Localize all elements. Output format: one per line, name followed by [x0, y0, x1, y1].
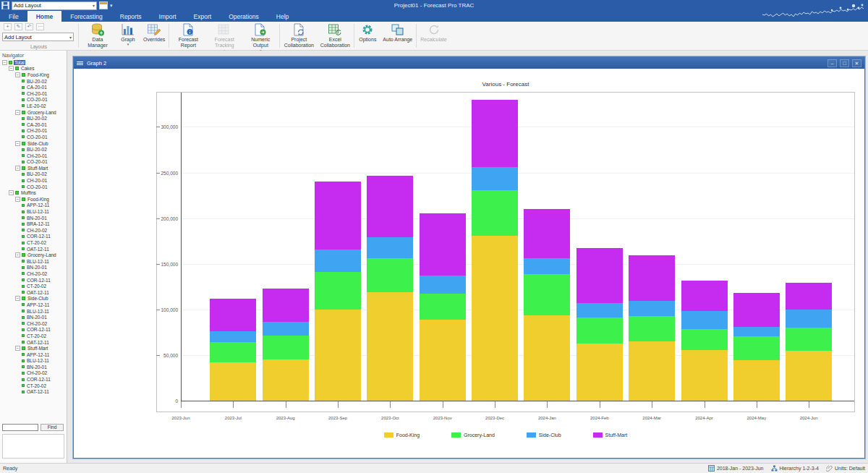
tree-item-ch-20-02[interactable]: CH-20-02: [1, 320, 67, 327]
ribbon-layout-combobox[interactable]: Add Layout ▾: [2, 33, 74, 41]
close-icon[interactable]: ✕: [852, 59, 861, 67]
tree-item-food-king[interactable]: −Food-King: [1, 72, 67, 78]
tree-item-app-12-11[interactable]: APP-12-11: [1, 302, 67, 308]
tab-reports[interactable]: Reports: [111, 11, 150, 22]
tree-item-bu-20-02[interactable]: BU-20-02: [1, 171, 67, 178]
find-button[interactable]: Find: [41, 424, 64, 431]
tree-item-grocery-land[interactable]: −Grocery-Land: [1, 252, 67, 258]
tree-collapse-icon[interactable]: −: [15, 141, 20, 146]
tree-item-oat-12-11[interactable]: OAT-12-11: [1, 339, 67, 346]
tree-item-co-20-01[interactable]: CO-20-01: [1, 134, 67, 140]
tree-item-cor-12-11[interactable]: COR-12-11: [1, 376, 67, 383]
tree-item-blu-12-11[interactable]: BLU-12-11: [1, 308, 67, 315]
tree-item-ch-20-02[interactable]: CH-20-02: [1, 227, 67, 234]
tree-item-ch-20-02[interactable]: CH-20-02: [1, 270, 67, 277]
edit-icon[interactable]: ✎: [14, 23, 22, 30]
graph-button[interactable]: Graph▾: [116, 22, 140, 50]
undo-icon[interactable]: ↶: [25, 23, 33, 30]
maximize-icon[interactable]: □: [840, 59, 849, 67]
tree-item-blu-12-11[interactable]: BLU-12-11: [1, 358, 67, 365]
tree-item-stuff-mart[interactable]: −Stuff-Mart: [1, 345, 67, 351]
tab-help[interactable]: Help: [268, 11, 297, 22]
tree-collapse-icon[interactable]: −: [2, 60, 7, 65]
tree-item-ct-20-02[interactable]: CT-20-02: [1, 283, 67, 289]
numeric-output-button[interactable]: Numeric Output▾: [242, 22, 278, 50]
minimize-icon[interactable]: –: [827, 59, 837, 67]
status-item-text: 2018-Jan - 2023-Jun: [717, 466, 764, 471]
tree-item-app-12-11[interactable]: APP-12-11: [1, 203, 67, 209]
tree-node-icon: [22, 210, 25, 213]
tree-item-co-20-01[interactable]: CO-20-01: [1, 97, 67, 103]
tree-item-ca-20-01[interactable]: CA-20-01: [1, 84, 67, 90]
tree-item-blu-12-11[interactable]: BLU-12-11: [1, 258, 67, 265]
tree-item-bn-20-01[interactable]: BN-20-01: [1, 265, 67, 271]
tree-collapse-icon[interactable]: −: [15, 110, 20, 115]
tree-item-co-20-01[interactable]: CO-20-01: [1, 159, 67, 166]
tree-item-ct-20-02[interactable]: CT-20-02: [1, 383, 67, 389]
project-collaboration-button[interactable]: Project Collaboration: [281, 22, 317, 50]
tree-item-ct-20-02[interactable]: CT-20-02: [1, 333, 67, 339]
tree-item-bu-20-02[interactable]: BU-20-02: [1, 146, 67, 153]
tree-item-side-club[interactable]: −Side-Club: [1, 140, 67, 147]
tree-item-muffins[interactable]: −Muffins: [1, 189, 67, 196]
tree-item-bu-20-02[interactable]: BU-20-02: [1, 78, 67, 85]
tree-collapse-icon[interactable]: −: [15, 346, 20, 351]
tree-item-side-club[interactable]: −Side-Club: [1, 296, 67, 302]
tab-file[interactable]: File: [0, 11, 27, 22]
find-input[interactable]: [2, 424, 38, 431]
tree-item-stuff-mart[interactable]: −Stuff-Mart: [1, 165, 67, 171]
tree-item-oat-12-11[interactable]: OAT-12-11: [1, 388, 67, 395]
tree-item-bn-20-01[interactable]: BN-20-01: [1, 364, 67, 370]
tree-item-co-20-01[interactable]: CO-20-01: [1, 184, 67, 190]
tree-collapse-icon[interactable]: −: [15, 166, 20, 171]
tree-item-blu-12-11[interactable]: BLU-12-11: [1, 208, 67, 215]
tab-forecasting[interactable]: Forecasting: [61, 11, 111, 22]
tree-item-bu-20-02[interactable]: BU-20-02: [1, 115, 67, 122]
tree-item-bn-20-01[interactable]: BN-20-01: [1, 314, 67, 320]
auto-arrange-button[interactable]: Auto Arrange: [380, 22, 415, 50]
tree-item-total[interactable]: −Total: [1, 59, 67, 66]
overrides-button[interactable]: Overrides: [140, 22, 168, 50]
tree-item-grocery-land[interactable]: −Grocery-Land: [1, 109, 67, 116]
tab-operations[interactable]: Operations: [220, 11, 268, 22]
tree-item-cor-12-11[interactable]: COR-12-11: [1, 277, 67, 284]
tree-collapse-icon[interactable]: −: [9, 190, 14, 195]
tree-item-bn-20-01[interactable]: BN-20-01: [1, 215, 67, 221]
tree-item-ch-20-01[interactable]: CH-20-01: [1, 177, 67, 184]
excel-collaboration-button[interactable]: Excel Collaboration: [317, 22, 353, 50]
data-manager-button[interactable]: Data Manager: [80, 22, 116, 50]
tree-item-bra-12-11[interactable]: BRA-12-11: [1, 221, 67, 227]
tree-item-ca-20-01[interactable]: CA-20-01: [1, 122, 67, 128]
tree-item-ch-20-01[interactable]: CH-20-01: [1, 153, 67, 159]
tree-item-oat-12-11[interactable]: OAT-12-11: [1, 289, 67, 296]
tree-item-oat-12-11[interactable]: OAT-12-11: [1, 246, 67, 252]
tree-item-cakes[interactable]: −Cakes: [1, 66, 67, 72]
tree-item-food-king[interactable]: −Food-King: [1, 196, 67, 203]
tab-export[interactable]: Export: [185, 11, 221, 22]
x-tick: [705, 401, 705, 408]
more-icon[interactable]: ⋯: [36, 23, 44, 30]
tree-item-ch-20-01[interactable]: CH-20-01: [1, 90, 67, 97]
tree-item-cor-12-11[interactable]: COR-12-11: [1, 234, 67, 240]
tab-home[interactable]: Home: [27, 11, 62, 22]
bar-segment-side-club-2023-sep: [315, 250, 361, 272]
x-axis-label: 2023-Nov: [427, 416, 459, 420]
tree-item-app-12-11[interactable]: APP-12-11: [1, 351, 67, 358]
graph-window-titlebar[interactable]: Graph 2 – □ ✕: [74, 57, 864, 69]
tree-item-le-20-02[interactable]: LE-20-02: [1, 103, 67, 109]
tab-import[interactable]: Import: [150, 11, 185, 22]
add-icon[interactable]: +: [4, 23, 12, 30]
tree-collapse-icon[interactable]: −: [15, 197, 20, 202]
tree-item-cor-12-11[interactable]: COR-12-11: [1, 327, 67, 333]
tree-item-ch-20-01[interactable]: CH-20-01: [1, 128, 67, 135]
tree-collapse-icon[interactable]: −: [15, 296, 20, 301]
tree-item-ct-20-02[interactable]: CT-20-02: [1, 239, 67, 246]
chart-legend: Food-KingGrocery-LandSide-ClubStuff-Mart: [156, 432, 855, 438]
forecast-report-button[interactable]: Forecast Report: [170, 22, 206, 50]
tree-collapse-icon[interactable]: −: [15, 72, 20, 77]
tree-item-ch-20-02[interactable]: CH-20-02: [1, 370, 67, 377]
tree-collapse-icon[interactable]: −: [15, 252, 20, 257]
tree-collapse-icon[interactable]: −: [9, 66, 14, 71]
options-button[interactable]: Options: [355, 22, 380, 50]
window-menu-icon[interactable]: [77, 61, 83, 65]
